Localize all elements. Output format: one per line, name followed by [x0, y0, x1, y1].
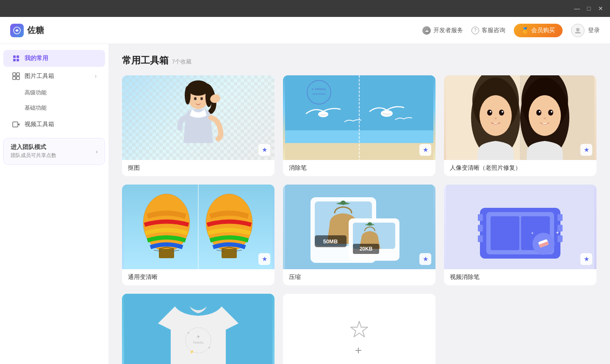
star-badge-compress[interactable]: ★: [419, 253, 431, 265]
team-info: 进入团队模式 团队成员可共享点数: [11, 143, 92, 159]
tool-card-image-eraser: ✈ AIRMAIL CERTIFIED ★: [283, 75, 435, 160]
dev-service-button[interactable]: ☁ 开发者服务: [422, 26, 463, 35]
tool-card-add-favorite[interactable]: [283, 294, 435, 364]
tool-card-cutout[interactable]: ★ 抠图: [122, 75, 274, 176]
tool-card-image-enhance: ★: [122, 185, 274, 269]
svg-text:50MB: 50MB: [323, 238, 338, 245]
tool-card-portrait[interactable]: ★ 人像变清晰（老照片修复）: [444, 75, 596, 176]
section-header: 常用工具箱 7个收藏: [122, 54, 596, 67]
svg-rect-56: [222, 249, 237, 258]
content-area: 常用工具箱 7个收藏: [108, 44, 610, 364]
svg-rect-76: [478, 235, 483, 242]
login-button[interactable]: 登录: [571, 24, 600, 37]
svg-point-1: [576, 28, 580, 31]
tool-card-compress[interactable]: 50MB 20KB ★: [283, 185, 435, 285]
main-layout: 我的常用 图片工具箱 › 高级功能 基础功能: [0, 44, 610, 364]
logo-text: 佐糖: [27, 25, 44, 36]
svg-point-69: [368, 222, 372, 226]
svg-rect-6: [13, 73, 16, 76]
svg-rect-3: [17, 55, 19, 58]
logo-icon: [10, 24, 24, 37]
header: 佐糖 ☁ 开发者服务 ? 客服咨询 🏅 会员购买 登录: [0, 17, 610, 44]
tool-card-label-eraser: 消除笔: [283, 160, 435, 176]
section-title: 常用工具箱: [122, 54, 169, 67]
svg-point-42: [548, 110, 553, 116]
tool-card-label-compress: 压缩: [283, 269, 435, 285]
svg-text:✦: ✦: [555, 230, 560, 236]
svg-rect-5: [17, 59, 19, 61]
tool-card-image-tshirt: ✈ TRAVEL ★ ✦ ⚡: [122, 294, 274, 364]
svg-text:TRAVEL: TRAVEL: [193, 341, 204, 344]
sidebar-team-mode[interactable]: 进入团队模式 团队成员可共享点数 ›: [3, 138, 105, 165]
tool-card-label-enhance: 通用变清晰: [122, 269, 274, 285]
svg-text:✈: ✈: [197, 334, 200, 339]
vip-icon: 🏅: [521, 27, 529, 34]
titlebar: — □ ✕: [0, 0, 610, 17]
tool-card-eraser[interactable]: ✈ AIRMAIL CERTIFIED ★: [283, 75, 435, 176]
minimize-button[interactable]: —: [571, 3, 583, 14]
svg-point-43: [539, 111, 541, 113]
sidebar-item-basic[interactable]: 基础功能: [3, 101, 105, 115]
svg-point-17: [194, 97, 197, 100]
tool-grid: ★ 抠图: [122, 75, 596, 364]
star-badge-cutout[interactable]: ★: [258, 144, 270, 156]
svg-text:⚡: ⚡: [190, 350, 194, 354]
tool-card-label-cutout: 抠图: [122, 160, 274, 176]
svg-point-36: [490, 111, 491, 113]
team-chevron-icon: ›: [96, 148, 98, 155]
sidebar-item-image-toolbox[interactable]: 图片工具箱 ›: [3, 68, 105, 85]
svg-text:✈ AIRMAIL: ✈ AIRMAIL: [311, 88, 327, 91]
svg-text:★: ★: [187, 331, 190, 335]
tool-card-label-portrait: 人像变清晰（老照片修复）: [444, 160, 596, 176]
question-icon: ?: [471, 27, 479, 34]
tool-card-label-video-eraser: 视频消除笔: [444, 269, 596, 285]
svg-text:CERTIFIED: CERTIFIED: [312, 93, 326, 95]
svg-rect-49: [159, 249, 174, 258]
avatar: [571, 24, 585, 37]
svg-point-34: [487, 110, 492, 116]
section-count: 7个收藏: [172, 58, 191, 66]
star-badge-enhance[interactable]: ★: [258, 253, 270, 265]
svg-rect-9: [17, 77, 19, 80]
svg-rect-74: [478, 214, 483, 221]
tool-card-video-eraser[interactable]: ✦ ✦ ★ 视频消除笔: [444, 185, 596, 285]
svg-point-35: [499, 110, 504, 116]
svg-point-15: [185, 86, 191, 105]
svg-point-37: [502, 111, 503, 113]
svg-rect-4: [13, 59, 16, 61]
svg-rect-10: [13, 122, 18, 127]
tool-card-image-compress: 50MB 20KB ★: [283, 185, 435, 269]
star-badge-portrait[interactable]: ★: [580, 144, 592, 156]
logo[interactable]: 佐糖: [10, 24, 44, 37]
sidebar-item-favorites[interactable]: 我的常用: [3, 50, 105, 67]
tool-card-image-cutout: ★: [122, 75, 274, 160]
customer-service-button[interactable]: ? 客服咨询: [471, 27, 505, 34]
tool-card-enhance[interactable]: ★ 通用变清晰: [122, 185, 274, 285]
svg-point-44: [551, 111, 552, 113]
tool-card-image-star-empty: [283, 294, 435, 364]
chevron-right-icon: ›: [95, 73, 97, 79]
svg-rect-2: [13, 55, 16, 58]
svg-rect-75: [478, 225, 483, 232]
star-badge-eraser[interactable]: ★: [419, 144, 431, 156]
svg-rect-7: [17, 73, 19, 76]
svg-rect-8: [13, 77, 16, 80]
svg-point-18: [200, 97, 203, 100]
sidebar-item-video-toolbox[interactable]: 视频工具箱: [3, 116, 105, 133]
svg-text:✦: ✦: [531, 231, 534, 235]
sidebar: 我的常用 图片工具箱 › 高级功能 基础功能: [0, 44, 108, 364]
favorites-icon: [12, 54, 20, 63]
svg-rect-81: [491, 216, 519, 250]
sidebar-item-advanced[interactable]: 高级功能: [3, 85, 105, 100]
maximize-button[interactable]: □: [583, 3, 595, 14]
svg-text:✦: ✦: [208, 346, 211, 349]
vip-button[interactable]: 🏅 会员购买: [514, 24, 563, 37]
svg-point-40: [529, 95, 561, 136]
tool-card-tshirt[interactable]: ✈ TRAVEL ★ ✦ ⚡: [122, 294, 274, 364]
close-button[interactable]: ✕: [595, 3, 607, 14]
star-badge-video-eraser[interactable]: ★: [580, 253, 592, 265]
svg-rect-77: [557, 214, 563, 221]
svg-point-33: [480, 95, 512, 136]
svg-point-64: [341, 201, 346, 205]
svg-rect-79: [557, 235, 563, 242]
